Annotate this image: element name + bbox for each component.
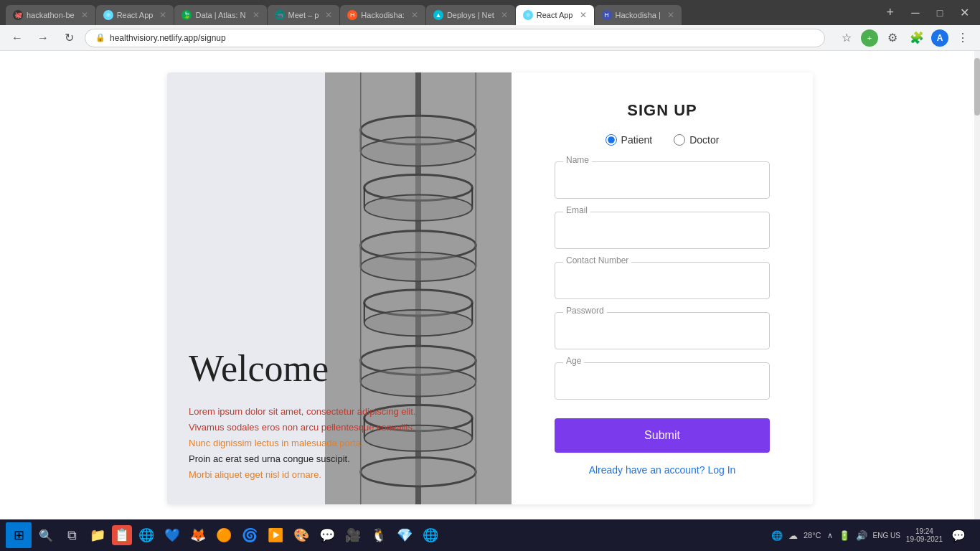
tab-close-button[interactable]: ✕ — [253, 10, 260, 20]
back-button[interactable]: ← — [7, 28, 27, 48]
welcome-heading: Welcome — [189, 347, 490, 390]
patient-role-option[interactable]: Patient — [606, 134, 653, 146]
firefox-icon[interactable]: 🦊 — [187, 524, 209, 547]
tab-close-button[interactable]: ✕ — [325, 10, 332, 20]
taskbar: ⊞ 🔍 ⧉ 📁 📋 🌐 💙 🦊 🟠 🌀 ▶️ 🎨 💬 🎥 🐧 💎 🌐 🌐 ☁ 2… — [0, 519, 980, 551]
desc-line: Proin ac erat sed urna congue suscipit. — [189, 451, 490, 467]
input-name[interactable] — [555, 161, 770, 199]
browser-tab-tab2[interactable]: ⚛React App✕ — [96, 5, 174, 25]
desc-line: Lorem ipsum dolor sit amet, consectetur … — [189, 404, 490, 420]
browser-tab-tab4[interactable]: 📹Meet – p✕ — [268, 5, 340, 25]
reload-button[interactable]: ↻ — [59, 28, 79, 48]
field-label-name: Name — [563, 155, 592, 165]
input-contact[interactable] — [555, 262, 770, 299]
vscode-icon[interactable]: 💙 — [161, 524, 184, 547]
tab-close-button[interactable]: ✕ — [81, 10, 88, 20]
input-password[interactable] — [555, 312, 770, 349]
system-tray[interactable]: 🌐 ☁ 28°C ∧ 🔋 🔊 ENG US 19:24 19-09-2021 💬 — [765, 525, 974, 545]
window-maximize[interactable]: □ — [930, 3, 950, 23]
field-name: Name — [555, 161, 770, 199]
notification-icon[interactable]: 💬 — [948, 525, 969, 545]
new-tab-button[interactable]: + — [880, 5, 900, 20]
input-email[interactable] — [555, 212, 770, 249]
doctor-label: Doctor — [689, 134, 719, 146]
extensions-icon[interactable]: 🧩 — [907, 28, 927, 48]
start-button[interactable]: ⊞ — [6, 522, 32, 548]
svg-point-13 — [361, 253, 476, 281]
weather-icon[interactable]: ☁ — [788, 530, 798, 541]
login-link[interactable]: Already have an account? Log In — [589, 464, 736, 476]
submit-button[interactable]: Submit — [555, 418, 770, 453]
field-label-password: Password — [563, 306, 607, 316]
linux-icon[interactable]: 🐧 — [367, 524, 390, 547]
browser-tab-tab3[interactable]: 🍃Data | Atlas: N✕ — [174, 5, 266, 25]
input-age[interactable] — [555, 362, 770, 400]
task-view-button[interactable]: ⧉ — [60, 524, 83, 547]
chrome-taskbar-icon-2[interactable]: 🌐 — [419, 524, 442, 547]
speaker-icon[interactable]: 🔊 — [856, 530, 867, 541]
chrome-taskbar-icon[interactable]: 🌐 — [135, 524, 158, 547]
window-minimize[interactable]: ─ — [905, 3, 925, 23]
browser-chrome: 🐙hackathon-be✕⚛React App✕🍃Data | Atlas: … — [0, 0, 980, 25]
tab-close-button[interactable]: ✕ — [580, 10, 587, 20]
welcome-text: Welcome Lorem ipsum dolor sit amet, cons… — [189, 347, 490, 483]
colornote-icon[interactable]: 📋 — [112, 525, 132, 545]
youtube-icon[interactable]: ▶️ — [264, 524, 287, 547]
app-icon-1[interactable]: 💎 — [393, 524, 416, 547]
forward-button[interactable]: → — [33, 28, 53, 48]
temperature-text: 28°C — [804, 531, 821, 540]
field-age: Age — [555, 362, 770, 400]
browser-tab-tab1[interactable]: 🐙hackathon-be✕ — [6, 5, 95, 25]
scrollbar[interactable] — [974, 51, 980, 519]
tab-label: hackathon-be — [27, 11, 75, 19]
discord-icon[interactable]: 💬 — [316, 524, 339, 547]
doctor-role-option[interactable]: Doctor — [674, 134, 719, 146]
tab-close-button[interactable]: ✕ — [501, 10, 508, 20]
signup-title: SIGN UP — [627, 101, 697, 120]
tab-favicon: 🐙 — [13, 10, 23, 20]
tab-favicon: ⚛ — [523, 10, 533, 20]
obs-icon[interactable]: 🎥 — [341, 524, 364, 547]
doctor-radio[interactable] — [674, 134, 685, 146]
date-display: 19-09-2021 — [906, 535, 943, 543]
tab-favicon: ▲ — [433, 10, 443, 20]
browser-tab-tab6[interactable]: ▲Deploys | Net✕ — [426, 5, 515, 25]
tab-close-button[interactable]: ✕ — [159, 10, 166, 20]
profile-avatar[interactable]: A — [931, 29, 948, 47]
settings-icon[interactable]: ⚙ — [882, 28, 903, 48]
time-date-display[interactable]: 19:24 19-09-2021 — [906, 527, 943, 543]
page-content: Welcome Lorem ipsum dolor sit amet, cons… — [0, 51, 980, 519]
tab-favicon: ⚛ — [103, 10, 113, 20]
field-password: Password — [555, 312, 770, 349]
tab-close-button[interactable]: ✕ — [667, 10, 674, 20]
window-close[interactable]: ✕ — [954, 3, 974, 23]
network-icon[interactable]: 🌐 — [771, 530, 783, 541]
arrow-up-icon[interactable]: ∧ — [827, 531, 833, 540]
browser-tab-tab7[interactable]: ⚛React App✕ — [516, 5, 594, 25]
search-button[interactable]: 🔍 — [34, 524, 57, 547]
patient-radio[interactable] — [606, 134, 617, 146]
edge-icon[interactable]: 🌀 — [238, 524, 261, 547]
extension1-icon[interactable]: + — [861, 29, 878, 47]
bookmark-icon[interactable]: ☆ — [837, 28, 857, 48]
svg-point-9 — [364, 195, 473, 221]
tab-close-button[interactable]: ✕ — [411, 10, 418, 20]
battery-icon[interactable]: 🔋 — [839, 530, 850, 541]
address-bar[interactable]: 🔒 healthvisiory.netlify.app/signup — [85, 29, 825, 47]
menu-icon[interactable]: ⋮ — [953, 28, 973, 48]
tabs-bar: 🐙hackathon-be✕⚛React App✕🍃Data | Atlas: … — [6, 0, 880, 25]
time-display: 19:24 — [915, 527, 933, 535]
field-contact: Contact Number — [555, 262, 770, 299]
figma-icon[interactable]: 🎨 — [290, 524, 313, 547]
browser-tab-tab8[interactable]: HHackodisha |✕ — [595, 5, 682, 25]
region-label: ENG US — [873, 532, 900, 540]
tab-favicon: H — [347, 10, 357, 20]
browser-tab-tab5[interactable]: HHackodisha:✕ — [340, 5, 425, 25]
scrollbar-thumb[interactable] — [974, 58, 980, 116]
file-explorer-icon[interactable]: 📁 — [86, 524, 109, 547]
patient-label: Patient — [621, 134, 653, 146]
tab-favicon: 🍃 — [182, 10, 192, 20]
field-label-contact: Contact Number — [563, 255, 631, 265]
sublime-icon[interactable]: 🟠 — [212, 524, 235, 547]
desc-line: Morbi aliquet eget nisl id ornare. — [189, 467, 490, 483]
